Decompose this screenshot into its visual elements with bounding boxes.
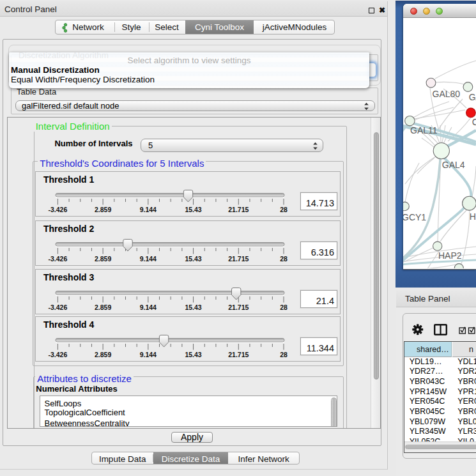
svg-text:2.859: 2.859	[95, 206, 111, 213]
svg-text:15.43: 15.43	[185, 303, 201, 311]
svg-text:21.715: 21.715	[228, 255, 249, 263]
svg-text:21.715: 21.715	[228, 206, 249, 213]
svg-text:28: 28	[280, 255, 288, 263]
svg-text:HI: HI	[470, 211, 476, 222]
svg-text:GA: GA	[469, 92, 476, 102]
svg-text:9.144: 9.144	[140, 351, 157, 358]
svg-text:GAL80: GAL80	[433, 89, 461, 99]
svg-text:21.715: 21.715	[228, 303, 249, 311]
svg-text:21.715: 21.715	[228, 351, 249, 358]
svg-text:CY: CY	[472, 117, 476, 127]
svg-text:15.43: 15.43	[185, 255, 201, 263]
svg-text:2.859: 2.859	[95, 255, 111, 263]
svg-text:15.43: 15.43	[185, 351, 201, 358]
svg-text:28: 28	[280, 351, 288, 358]
svg-text:2.859: 2.859	[95, 303, 111, 311]
svg-text:GCY1: GCY1	[403, 212, 426, 222]
svg-text:-3.426: -3.426	[49, 351, 68, 358]
svg-text:-3.426: -3.426	[49, 255, 68, 263]
svg-text:15.43: 15.43	[185, 206, 201, 213]
svg-text:2.859: 2.859	[95, 351, 111, 358]
svg-text:-3.426: -3.426	[49, 303, 68, 311]
svg-text:28: 28	[280, 303, 288, 311]
svg-text:GAL11: GAL11	[410, 125, 438, 135]
svg-text:28: 28	[280, 206, 288, 213]
svg-text:-3.426: -3.426	[49, 206, 68, 213]
svg-text:9.144: 9.144	[140, 303, 157, 311]
svg-text:9.144: 9.144	[140, 255, 157, 263]
svg-text:HAP2: HAP2	[438, 250, 462, 261]
svg-text:GAL4: GAL4	[442, 160, 465, 170]
svg-text:9.144: 9.144	[140, 206, 157, 213]
